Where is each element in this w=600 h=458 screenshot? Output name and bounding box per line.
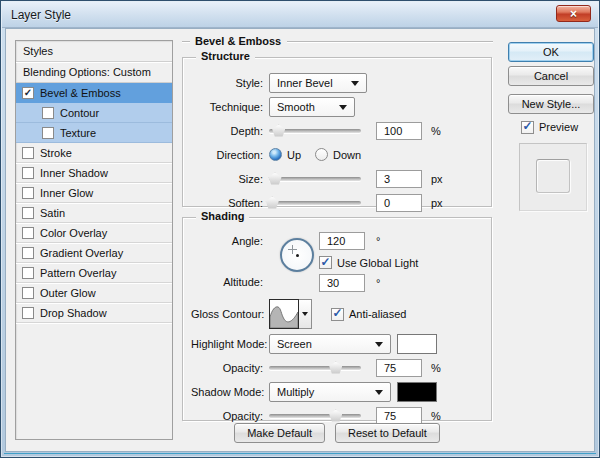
slider-thumb[interactable] [329, 410, 342, 422]
shadow-mode-label: Shadow Mode: [191, 386, 269, 398]
sidebar-header-styles[interactable]: Styles [16, 41, 172, 62]
styles-sidebar: Styles Blending Options: Custom ✓Bevel &… [15, 40, 173, 440]
sidebar-item-bevel-emboss[interactable]: ✓Bevel & Emboss [16, 83, 172, 103]
checkbox[interactable] [22, 207, 34, 219]
shadow-opacity-label: Opacity: [191, 410, 269, 422]
highlight-opacity-row: Opacity: 75 % [191, 357, 483, 378]
preview-thumbnail [519, 143, 587, 211]
checkbox[interactable] [22, 247, 34, 259]
dropdown-arrow-icon [339, 105, 347, 110]
style-dropdown[interactable]: Inner Bevel [269, 73, 367, 93]
size-row: Size: 3 px [191, 168, 483, 189]
sidebar-item-pattern-overlay[interactable]: Pattern Overlay [16, 263, 172, 283]
direction-label: Direction: [191, 149, 269, 161]
gloss-contour-thumbnail[interactable] [269, 299, 299, 329]
shadow-opacity-unit: % [431, 410, 441, 422]
sidebar-item-texture[interactable]: Texture [16, 123, 172, 143]
sidebar-item-contour[interactable]: Contour [16, 103, 172, 123]
use-global-light-row: Use Global Light [319, 256, 418, 269]
use-global-light-checkbox[interactable] [319, 256, 332, 269]
angle-pointer-icon [288, 245, 297, 254]
angle-dial[interactable] [280, 238, 314, 272]
highlight-mode-dropdown[interactable]: Screen [269, 334, 391, 354]
checkbox[interactable] [22, 287, 34, 299]
size-input[interactable]: 3 [376, 170, 422, 188]
highlight-opacity-unit: % [431, 362, 441, 374]
checkbox[interactable] [22, 167, 34, 179]
sidebar-item-label: Drop Shadow [40, 307, 107, 319]
slider-thumb[interactable] [272, 125, 285, 137]
shadow-color-swatch[interactable] [397, 382, 437, 402]
slider-thumb[interactable] [269, 173, 282, 185]
checkbox[interactable]: ✓ [22, 87, 34, 99]
cancel-button[interactable]: Cancel [508, 66, 594, 86]
shadow-opacity-input[interactable]: 75 [376, 407, 422, 425]
style-row: Style: Inner Bevel [191, 72, 483, 93]
highlight-mode-row: Highlight Mode: Screen [191, 333, 483, 354]
preview-label: Preview [539, 121, 578, 133]
sidebar-item-color-overlay[interactable]: Color Overlay [16, 223, 172, 243]
soften-input[interactable]: 0 [376, 194, 422, 212]
reset-to-default-button[interactable]: Reset to Default [335, 423, 440, 443]
gloss-contour-dropdown-button[interactable] [299, 299, 312, 329]
dropdown-arrow-icon [375, 342, 383, 347]
angle-unit: ° [376, 235, 380, 247]
checkbox[interactable] [22, 267, 34, 279]
sidebar-item-drop-shadow[interactable]: Drop Shadow [16, 303, 172, 323]
depth-slider[interactable] [269, 124, 361, 138]
sidebar-item-label: Satin [40, 207, 65, 219]
sidebar-item-outer-glow[interactable]: Outer Glow [16, 283, 172, 303]
slider-thumb[interactable] [329, 362, 342, 374]
shadow-mode-dropdown[interactable]: Multiply [269, 382, 391, 402]
close-button[interactable]: × [556, 5, 591, 22]
checkbox[interactable] [42, 127, 54, 139]
angle-label: Angle: [191, 235, 269, 247]
contour-curve-icon [270, 300, 298, 328]
checkbox[interactable] [22, 307, 34, 319]
sidebar-item-gradient-overlay[interactable]: Gradient Overlay [16, 243, 172, 263]
footer-buttons: Make Default Reset to Default [182, 423, 492, 443]
size-unit: px [431, 173, 443, 185]
dropdown-arrow-icon [351, 81, 359, 86]
ok-button[interactable]: OK [508, 42, 594, 62]
depth-input[interactable]: 100 [376, 122, 422, 140]
soften-unit: px [431, 197, 443, 209]
depth-label: Depth: [191, 125, 269, 137]
new-style-button[interactable]: New Style... [508, 94, 594, 114]
altitude-input[interactable]: 30 [319, 274, 365, 292]
soften-slider[interactable] [269, 196, 361, 210]
sidebar-item-label: Outer Glow [40, 287, 96, 299]
anti-aliased-checkbox[interactable] [331, 308, 344, 321]
sidebar-item-label: Gradient Overlay [40, 247, 123, 259]
shadow-opacity-slider[interactable] [269, 409, 361, 423]
shading-group: Shading Angle: 120 ° Use Global Light Al… [182, 217, 492, 421]
technique-dropdown[interactable]: Smooth [269, 97, 355, 117]
highlight-color-swatch[interactable] [397, 334, 437, 354]
dialog-body: Styles Blending Options: Custom ✓Bevel &… [5, 28, 595, 452]
checkbox[interactable] [22, 227, 34, 239]
titlebar[interactable]: Layer Style × [2, 2, 598, 28]
angle-input[interactable]: 120 [319, 232, 365, 250]
checkbox[interactable] [22, 147, 34, 159]
direction-up-label: Up [287, 149, 301, 161]
sidebar-item-satin[interactable]: Satin [16, 203, 172, 223]
anti-aliased-row: Anti-aliased [331, 308, 406, 321]
direction-up-radio[interactable] [269, 148, 282, 161]
highlight-opacity-slider[interactable] [269, 361, 361, 375]
make-default-button[interactable]: Make Default [234, 423, 325, 443]
soften-label: Soften: [191, 197, 269, 209]
depth-row: Depth: 100 % [191, 120, 483, 141]
sidebar-item-blending-options[interactable]: Blending Options: Custom [16, 62, 172, 83]
highlight-opacity-label: Opacity: [191, 362, 269, 374]
checkbox[interactable] [22, 187, 34, 199]
direction-down-radio[interactable] [315, 148, 328, 161]
checkbox[interactable] [42, 107, 54, 119]
sidebar-item-inner-glow[interactable]: Inner Glow [16, 183, 172, 203]
sidebar-item-inner-shadow[interactable]: Inner Shadow [16, 163, 172, 183]
slider-track [269, 201, 361, 205]
altitude-label: Altitude: [191, 276, 269, 288]
preview-checkbox[interactable] [521, 121, 534, 134]
sidebar-item-stroke[interactable]: Stroke [16, 143, 172, 163]
highlight-opacity-input[interactable]: 75 [376, 359, 422, 377]
size-slider[interactable] [269, 172, 361, 186]
